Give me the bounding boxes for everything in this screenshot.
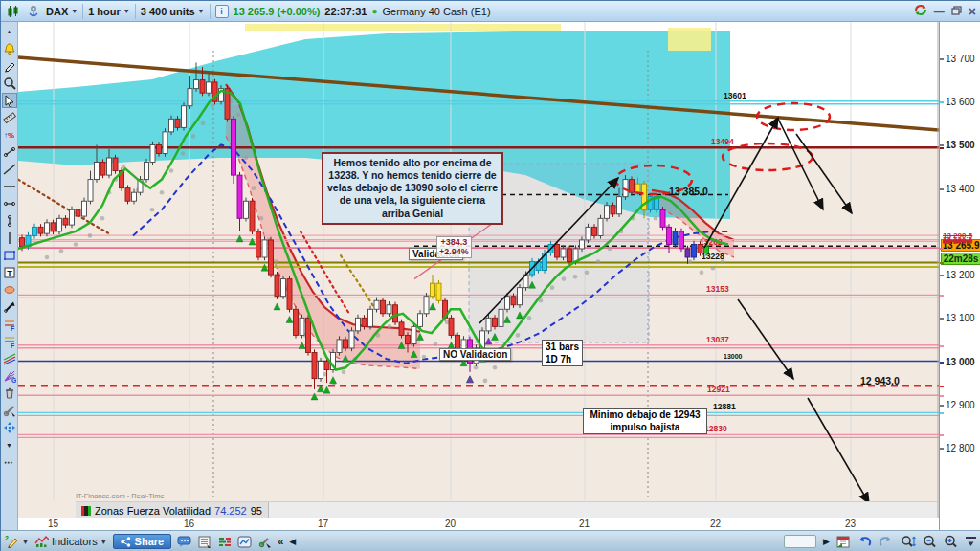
measure-label[interactable]: +384.3 +2.94% [436, 236, 472, 258]
share-button[interactable]: Share [113, 534, 172, 549]
zoom-out-icon[interactable] [923, 535, 937, 548]
text-tool-icon[interactable]: T [2, 265, 17, 280]
collapse-left-button[interactable]: « [278, 536, 283, 547]
zoom-drag-icon[interactable] [900, 535, 916, 548]
pencil-icon[interactable] [2, 58, 17, 74]
svg-text:13601: 13601 [724, 91, 746, 100]
note-annotation[interactable]: Hemos tenido alto por encima de 13238. Y… [322, 152, 503, 225]
news-icon[interactable] [197, 535, 212, 548]
axis-price-label: 12 800 [946, 443, 975, 453]
symbol-selector[interactable]: DAX▼ [46, 6, 78, 17]
indicator-chart-icon [34, 535, 49, 548]
zoom-icon[interactable] [2, 76, 17, 91]
cursor-tool-icon[interactable] [2, 93, 17, 108]
candle-countdown-tag: 22m28s [941, 253, 980, 265]
axis-level-label: 13 276.6 [943, 237, 972, 246]
close-button[interactable]: × [969, 4, 976, 19]
axis-date-label: 20 [445, 518, 456, 529]
info-icon[interactable]: i [215, 5, 229, 18]
chevron-down-icon: ▼ [123, 8, 130, 14]
last-price: 13 265.9 (+0.00%) [234, 6, 321, 17]
svg-text:13494: 13494 [711, 137, 734, 146]
axis-price-label: 13 500 [946, 140, 975, 150]
move-tool-icon[interactable] [2, 420, 17, 435]
refresh-icon[interactable] [914, 4, 927, 18]
alert-bell-icon[interactable] [2, 41, 17, 56]
draw-pencil-icon: 2 [5, 535, 19, 548]
axis-price-label: 13 400 [946, 184, 975, 194]
horizontal-segment-icon[interactable] [2, 196, 17, 211]
candlestick-chart-canvas[interactable]: 1360113494132621322813153130371300012921… [18, 22, 939, 518]
date-axis[interactable]: 15161720212223 [18, 518, 939, 530]
ellipse-tool-icon[interactable] [2, 282, 17, 298]
drawings-menu-button[interactable]: 2 ▼ [5, 535, 29, 548]
arrow-tool-icon[interactable] [2, 299, 17, 315]
fibonacci-retracement-icon[interactable]: F [2, 317, 17, 332]
axis-price-label: 13 000 [946, 357, 975, 367]
minimum-note-label[interactable]: Minimo debajo de 12943 impulso bajista [583, 408, 707, 434]
order-book-icon[interactable] [217, 535, 232, 548]
svg-text:12830: 12830 [704, 424, 727, 433]
draw-count: 2 [5, 535, 9, 541]
axis-price-label: 13 200 [946, 270, 975, 280]
goto-date-input[interactable] [784, 535, 816, 548]
scroll-left-button[interactable]: ◀ [289, 537, 296, 546]
collapse-arrow-icon[interactable]: ▼ [2, 437, 17, 452]
zoom-in-icon[interactable] [944, 535, 958, 548]
axis-date-label: 16 [184, 518, 194, 529]
axis-date-label: 15 [48, 518, 58, 529]
chevron-down-icon: ▼ [198, 8, 205, 14]
price-level-label-12943[interactable]: 12 943.0 [860, 375, 900, 386]
svg-text:T: T [7, 269, 12, 278]
no-validation-label[interactable]: NO Validacion [439, 348, 511, 361]
fibonacci-projection-icon[interactable]: F [2, 334, 17, 349]
share-icon [121, 537, 131, 547]
segment-tool-icon[interactable] [2, 144, 17, 160]
units-selector[interactable]: 3 400 units▼ [141, 6, 205, 17]
delete-icon[interactable] [2, 386, 17, 401]
price-axis[interactable]: 13 265.9 22m28s 13 70013 60013 50013 400… [939, 22, 980, 530]
chart-window-icon[interactable] [237, 535, 252, 548]
calendar-icon[interactable] [836, 535, 851, 548]
axis-date-label: 23 [845, 518, 856, 529]
chat-icon[interactable] [177, 535, 191, 548]
tools-icon[interactable] [257, 535, 272, 548]
gann-fan-icon[interactable]: G [2, 368, 17, 384]
price-level-label-13385[interactable]: 13 385.0 [669, 186, 708, 197]
rectangle-tool-icon[interactable] [2, 248, 17, 263]
candlestick-style-icon[interactable] [6, 4, 21, 19]
ruler-icon[interactable] [2, 110, 17, 125]
title-bar: DAX▼ 1 hour▼ 3 400 units▼ i 13 265.9 (+0… [1, 1, 980, 22]
percent-change-icon[interactable]: ↑% [2, 127, 17, 143]
undo-icon[interactable] [858, 536, 872, 548]
settings-tools-icon[interactable] [2, 403, 17, 418]
axis-price-label: 13 100 [946, 313, 975, 323]
collapse-panel-icon[interactable] [965, 536, 977, 547]
play-button[interactable]: ▶ [823, 537, 830, 546]
svg-text:F: F [11, 325, 15, 332]
scroll-up-icon[interactable]: ▲ [2, 24, 17, 39]
axis-date-label: 21 [579, 518, 590, 529]
timeframe-selector[interactable]: 1 hour▼ [88, 6, 130, 17]
bars-count-label[interactable]: 31 bars 1D 7h [542, 340, 583, 366]
horizontal-line-icon[interactable] [2, 179, 17, 194]
trendline-tool-icon[interactable] [2, 162, 17, 177]
axis-price-label: 13 600 [946, 97, 975, 107]
indicator-label[interactable]: Zonas Fuerza Volatilidad 74.252 95 [76, 502, 269, 518]
restore-button[interactable] [951, 6, 962, 17]
svg-text:13037: 13037 [706, 335, 729, 344]
minimize-button[interactable]: — [934, 6, 945, 17]
indicators-button[interactable]: Indicators ▼ [34, 535, 107, 548]
axis-price-label: 13 700 [946, 54, 975, 64]
redo-icon[interactable] [879, 536, 893, 548]
vertical-segment-icon[interactable] [2, 213, 17, 229]
multi-trendline-icon[interactable] [2, 351, 17, 366]
svg-text:13153: 13153 [706, 284, 729, 294]
anchor-chart-icon[interactable] [26, 4, 41, 19]
vertical-line-icon[interactable] [2, 231, 17, 246]
svg-text:12921: 12921 [707, 385, 730, 394]
axis-date-label: 22 [710, 518, 721, 529]
more-tools-icon[interactable]: ⋯ [2, 454, 17, 470]
connection-status-icon: ● [371, 6, 377, 16]
chart-plot-area[interactable]: 1360113494132621322813153130371300012921… [18, 22, 939, 518]
